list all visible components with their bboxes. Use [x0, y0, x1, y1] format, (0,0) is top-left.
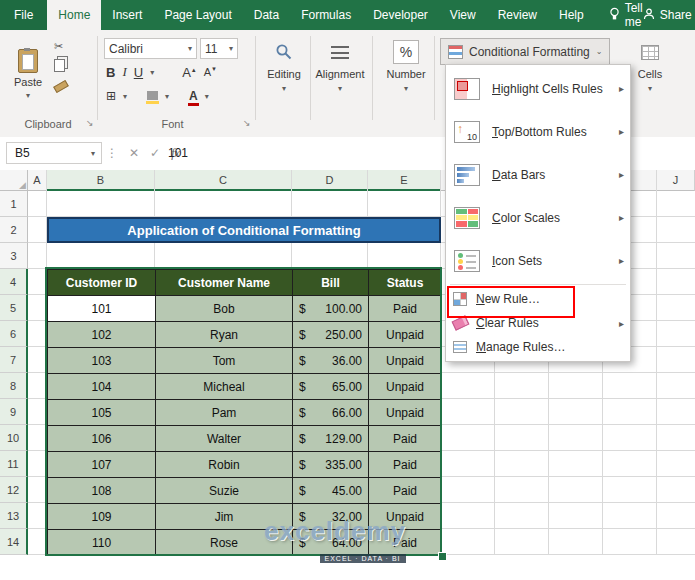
italic-button[interactable]: I [122, 64, 126, 80]
cell-customer-id[interactable]: 104 [48, 374, 156, 400]
name-box-dropdown-icon[interactable]: ▾ [85, 149, 101, 158]
row-header-14[interactable]: 14 [0, 529, 28, 555]
column-header-j[interactable]: J [657, 170, 695, 191]
tab-file[interactable]: File [0, 0, 47, 30]
header-customer-name[interactable]: Customer Name [156, 270, 293, 296]
menu-item-clear-rules[interactable]: Clear Rules ▸ [446, 311, 630, 335]
font-size-combo[interactable]: 11 ▾ [200, 38, 238, 59]
fill-handle[interactable] [438, 552, 447, 561]
cell-status[interactable]: Unpaid [369, 504, 442, 530]
menu-item-new-rule[interactable]: New Rule… [446, 287, 630, 311]
tab-developer[interactable]: Developer [362, 0, 439, 30]
font-color-button[interactable]: A [189, 89, 198, 103]
row-header-6[interactable]: 6 [0, 321, 28, 347]
formula-input[interactable]: 101 [168, 142, 188, 164]
tell-me-box[interactable]: Tell me [609, 0, 643, 30]
cell-bill[interactable]: $66.00 [293, 400, 369, 426]
cell-status[interactable]: Unpaid [369, 400, 442, 426]
cell-customer-id[interactable]: 105 [48, 400, 156, 426]
cell-customer-name[interactable]: Suzie [156, 478, 293, 504]
cell-customer-name[interactable]: Micheal [156, 374, 293, 400]
header-status[interactable]: Status [369, 270, 442, 296]
row-header-1[interactable]: 1 [0, 191, 28, 217]
paste-button[interactable]: Paste ▾ [6, 36, 50, 112]
cell-bill[interactable]: $36.00 [293, 348, 369, 374]
borders-dropdown-icon[interactable]: ▾ [123, 92, 127, 101]
menu-item-manage-rules[interactable]: Manage Rules… [446, 335, 630, 359]
cell-customer-name[interactable]: Walter [156, 426, 293, 452]
menu-item-icon-sets[interactable]: Icon Sets ▸ [446, 239, 630, 282]
cell-bill[interactable]: $335.00 [293, 452, 369, 478]
font-color-dropdown-icon[interactable]: ▾ [205, 92, 209, 101]
worksheet-title-cell[interactable]: Application of Conditional Formatting [47, 217, 441, 243]
tab-view[interactable]: View [439, 0, 487, 30]
cell-status[interactable]: Unpaid [369, 348, 442, 374]
menu-item-top-bottom-rules[interactable]: ↑10 Top/Bottom Rules ▸ [446, 110, 630, 153]
column-header-c[interactable]: C [155, 170, 292, 191]
tab-help[interactable]: Help [548, 0, 595, 30]
row-header-4[interactable]: 4 [0, 269, 28, 295]
header-bill[interactable]: Bill [293, 270, 369, 296]
format-painter-button[interactable] [54, 80, 68, 92]
cell-customer-name[interactable]: Robin [156, 452, 293, 478]
grow-font-button[interactable]: A▲ [182, 65, 197, 80]
column-header-a[interactable]: A [28, 170, 47, 191]
cell-status[interactable]: Paid [369, 296, 442, 322]
tab-home[interactable]: Home [47, 0, 101, 30]
row-header-13[interactable]: 13 [0, 503, 28, 529]
cell-customer-name[interactable]: Jim [156, 504, 293, 530]
row-header-9[interactable]: 9 [0, 399, 28, 425]
row-header-8[interactable]: 8 [0, 373, 28, 399]
cell-customer-id[interactable]: 106 [48, 426, 156, 452]
cell-bill[interactable]: $32.00 [293, 504, 369, 530]
copy-button[interactable] [54, 59, 68, 74]
shrink-font-button[interactable]: A▼ [204, 66, 217, 78]
underline-dropdown-icon[interactable]: ▾ [150, 68, 154, 77]
cell-customer-name[interactable]: Tom [156, 348, 293, 374]
cell-customer-name[interactable]: Bob [156, 296, 293, 322]
cell-status[interactable]: Paid [369, 452, 442, 478]
row-header-3[interactable]: 3 [0, 243, 28, 269]
cell-customer-id[interactable]: 101 [48, 296, 156, 322]
cell-customer-id[interactable]: 103 [48, 348, 156, 374]
font-dialog-launcher-icon[interactable]: ↘ [243, 118, 251, 128]
menu-item-color-scales[interactable]: Color Scales ▸ [446, 196, 630, 239]
cell-customer-id[interactable]: 110 [48, 530, 156, 556]
fill-color-dropdown-icon[interactable]: ▾ [165, 92, 169, 101]
row-header-5[interactable]: 5 [0, 295, 28, 321]
cell-bill[interactable]: $129.00 [293, 426, 369, 452]
cell-customer-name[interactable]: Ryan [156, 322, 293, 348]
tab-page-layout[interactable]: Page Layout [153, 0, 242, 30]
cell-bill[interactable]: $65.00 [293, 374, 369, 400]
cell-customer-id[interactable]: 109 [48, 504, 156, 530]
font-name-combo[interactable]: Calibri ▾ [104, 38, 197, 59]
cell-status[interactable]: Unpaid [369, 374, 442, 400]
cell-status[interactable]: Paid [369, 426, 442, 452]
column-header-e[interactable]: E [368, 170, 441, 191]
cut-button[interactable]: ✂ [54, 40, 68, 53]
menu-item-data-bars[interactable]: Data Bars ▸ [446, 153, 630, 196]
select-all-button[interactable]: ◢ [0, 170, 28, 191]
cell-status[interactable]: Unpaid [369, 322, 442, 348]
cell-status[interactable]: Paid [369, 530, 442, 556]
cell-customer-id[interactable]: 107 [48, 452, 156, 478]
menu-item-highlight-cells-rules[interactable]: Highlight Cells Rules ▸ [446, 67, 630, 110]
cell-customer-id[interactable]: 102 [48, 322, 156, 348]
cell-bill[interactable]: $100.00 [293, 296, 369, 322]
row-header-2[interactable]: 2 [0, 217, 28, 243]
column-header-d[interactable]: D [292, 170, 368, 191]
name-box[interactable]: B5 ▾ [6, 142, 102, 164]
borders-button[interactable]: ⊞ [106, 89, 116, 103]
cell-bill[interactable]: $64.00 [293, 530, 369, 556]
cell-customer-name[interactable]: Rose [156, 530, 293, 556]
cancel-button[interactable]: ✕ [129, 146, 139, 160]
tab-review[interactable]: Review [487, 0, 548, 30]
number-group-button[interactable]: % Number ▾ [378, 40, 434, 93]
underline-button[interactable]: U [134, 65, 143, 80]
cell-customer-id[interactable]: 108 [48, 478, 156, 504]
row-header-11[interactable]: 11 [0, 451, 28, 477]
row-header-12[interactable]: 12 [0, 477, 28, 503]
bold-button[interactable]: B [106, 65, 115, 80]
cell-bill[interactable]: $45.00 [293, 478, 369, 504]
enter-button[interactable]: ✓ [150, 146, 160, 160]
